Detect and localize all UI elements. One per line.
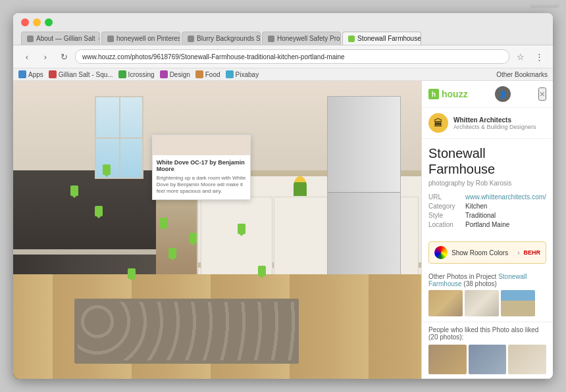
bookmark-other[interactable]: Other Bookmarks (496, 71, 548, 78)
rug-pattern (78, 302, 296, 361)
tab-label: Blurry Backgrounds Stock... (197, 35, 261, 42)
meta-url: URL www.whittenarchitects.com/ (428, 193, 546, 201)
meta-category: Category Kitchen (428, 203, 546, 210)
maximize-button[interactable] (45, 18, 53, 26)
paint-color-swatch (153, 135, 250, 155)
color-tag-9[interactable] (128, 268, 136, 279)
paint-popup[interactable]: White Dove OC-17 by Benjamin Moore Brigh… (152, 135, 251, 200)
tab-label: About — Gillian Salt (36, 35, 95, 42)
window-divider2 (119, 97, 120, 178)
bookmark-gillian[interactable]: Gillian Salt - Squ... (49, 70, 113, 78)
bookmark-label: Other Bookmarks (496, 71, 548, 78)
meta-value-category: Kitchen (465, 203, 487, 210)
counter (13, 249, 156, 255)
color-tag-3[interactable] (95, 206, 103, 216)
close-button[interactable] (21, 18, 29, 26)
window-controls (21, 18, 545, 26)
project-photos-title: Other Photos in Project Stonewall Farmho… (422, 268, 553, 290)
color-tag-5[interactable] (189, 233, 197, 243)
fridge-upper (328, 97, 400, 193)
meta-value-location: Portland Maine (465, 221, 509, 228)
minimize-button[interactable] (33, 18, 41, 26)
menu-button[interactable]: ⋮ (532, 49, 546, 64)
architect-info: Whitten Architects Architects & Building… (453, 116, 536, 130)
meta-label-url: URL (428, 193, 461, 201)
architect-logo: 🏛 (428, 113, 448, 133)
bookmark-design[interactable]: Design (160, 70, 190, 78)
behr-arrow-icon: › (517, 249, 519, 257)
houzz-logo-text: houzz (442, 89, 468, 99)
project-thumb-2[interactable] (465, 290, 499, 316)
bookmark-icrossing[interactable]: Icrossing (118, 70, 155, 78)
tab-stonewall[interactable]: Stonewall Farmhouse - fro... × (342, 32, 421, 45)
color-tag-4[interactable] (160, 218, 168, 228)
meta-label-category: Category (428, 203, 461, 210)
houzz-header: h houzz 👤 × (422, 81, 553, 108)
refrigerator (327, 96, 401, 289)
forward-button[interactable]: › (38, 49, 53, 64)
people-thumb-3[interactable] (508, 345, 546, 374)
people-liked-section: People who liked this Photo also liked (… (422, 322, 553, 378)
bookmark-icon (160, 70, 168, 78)
photo-area[interactable]: White Dove OC-17 by Benjamin Moore Brigh… (13, 81, 421, 379)
bookmark-icon (195, 70, 203, 78)
color-tag-1[interactable] (103, 164, 111, 175)
project-photos-label: Other Photos in Project (428, 273, 496, 280)
metadata-table: URL www.whittenarchitects.com/ Category … (428, 193, 546, 228)
paint-title: White Dove OC-17 by Benjamin Moore (157, 159, 246, 172)
bookmark-label: Icrossing (128, 71, 155, 78)
user-avatar[interactable]: 👤 (495, 86, 511, 102)
bookmark-label: Apps (28, 71, 43, 78)
tab-honeywell-safety[interactable]: Honeywell Safety Produc... × (262, 32, 341, 45)
title-line1: Stonewall (428, 146, 486, 160)
bookmark-label: Design (170, 71, 190, 78)
cabinet-top (13, 170, 156, 254)
bookmark-icon (118, 70, 126, 78)
color-tag-8[interactable] (258, 266, 266, 276)
project-thumb-3[interactable] (501, 290, 535, 316)
behr-promo-banner[interactable]: Show Room Colors › BEHR Sponsored© (428, 241, 546, 264)
panel-subtitle: photography by Rob Karosis (428, 180, 546, 187)
color-tag-6[interactable] (238, 224, 245, 234)
architect-name: Whitten Architects (453, 116, 536, 124)
nav-bar: ‹ › ↻ ☆ ⋮ (13, 45, 553, 68)
panel-close-button[interactable]: × (538, 87, 546, 101)
tab-blurry[interactable]: Blurry Backgrounds Stock... × (182, 32, 261, 45)
houzz-logo-icon: h (428, 89, 439, 99)
color-tag-2[interactable] (70, 185, 78, 196)
refresh-button[interactable]: ↻ (57, 49, 71, 64)
bookmark-pixabay[interactable]: Pixabay (226, 70, 259, 78)
bookmark-food[interactable]: Food (195, 70, 220, 78)
project-thumb-1[interactable] (428, 290, 463, 316)
houzz-panel: h houzz 👤 × 🏛 Whitten Architects Archite… (421, 81, 553, 379)
bookmark-button[interactable]: ☆ (513, 49, 528, 64)
meta-label-location: Location (428, 221, 461, 228)
address-bar[interactable] (75, 49, 509, 64)
behr-color-circle (434, 246, 448, 259)
tab-honeywell[interactable]: honeywell on Pinterest × (101, 32, 180, 45)
tabs-row: About — Gillian Salt × honeywell on Pint… (21, 32, 545, 45)
tab-favicon (27, 36, 34, 42)
tab-favicon (268, 36, 274, 42)
people-liked-thumbnails (428, 345, 546, 374)
tab-about[interactable]: About — Gillian Salt × (21, 32, 100, 45)
architect-type: Architects & Building Designers (453, 124, 536, 130)
project-photo-thumbnails (422, 290, 553, 322)
back-button[interactable]: ‹ (20, 49, 34, 64)
bookmark-label: Gillian Salt - Squ... (59, 71, 113, 78)
bookmark-icon (18, 70, 26, 78)
people-liked-title: People who liked this Photo also liked (… (428, 326, 546, 341)
meta-value-url[interactable]: www.whittenarchitects.com/ (465, 193, 546, 201)
color-tag-7[interactable] (168, 248, 176, 258)
tab-label: Honeywell Safety Produc... (277, 35, 341, 42)
tab-label: Stonewall Farmhouse - fro... (357, 35, 421, 42)
bookmark-apps[interactable]: Apps (18, 70, 43, 78)
meta-value-style: Traditional (465, 212, 496, 219)
tab-close-icon[interactable]: × (98, 36, 101, 42)
meta-location: Location Portland Maine (428, 221, 546, 228)
behr-logo: BEHR (523, 249, 540, 256)
people-thumb-2[interactable] (469, 345, 507, 374)
people-thumb-1[interactable] (428, 345, 467, 374)
paint-description: Brightening up a dark room with White Do… (157, 175, 246, 195)
tab-favicon (107, 36, 114, 42)
